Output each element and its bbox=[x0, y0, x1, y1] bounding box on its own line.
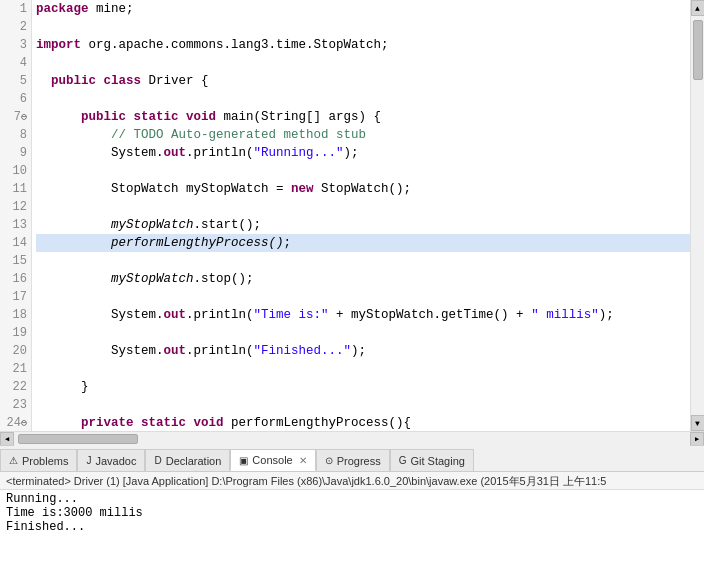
line-number: 15 bbox=[0, 252, 31, 270]
tab-javadoc[interactable]: JJavadoc bbox=[77, 449, 145, 471]
line-number: 7⊖ bbox=[0, 108, 31, 126]
method-call: myStopWatch bbox=[111, 272, 194, 286]
scroll-track[interactable] bbox=[691, 16, 705, 415]
tab-progress[interactable]: ⊙Progress bbox=[316, 449, 390, 471]
h-scroll-thumb[interactable] bbox=[18, 434, 138, 444]
code-line: public static void main(String[] args) { bbox=[36, 108, 690, 126]
comment: // TODO Auto-generated method stub bbox=[111, 128, 366, 142]
line-number: 3 bbox=[0, 36, 31, 54]
code-line bbox=[36, 198, 690, 216]
git-staging-tab-label: Git Staging bbox=[411, 455, 465, 467]
tab-console[interactable]: ▣Console✕ bbox=[230, 449, 315, 471]
scroll-thumb[interactable] bbox=[693, 20, 703, 80]
line-number: 9 bbox=[0, 144, 31, 162]
code-text: StopWatch myStopWatch = bbox=[36, 182, 291, 196]
code-text: .println( bbox=[186, 308, 254, 322]
string-literal: "Finished..." bbox=[254, 344, 352, 358]
code-text: StopWatch(); bbox=[314, 182, 412, 196]
code-line bbox=[36, 288, 690, 306]
code-text bbox=[126, 110, 134, 124]
line-number: 12 bbox=[0, 198, 31, 216]
code-text bbox=[36, 128, 111, 142]
code-text: ); bbox=[344, 146, 359, 160]
keyword: public bbox=[51, 74, 96, 88]
keyword: void bbox=[194, 416, 224, 430]
code-line: performLengthyProcess(); bbox=[36, 234, 690, 252]
line-number: 6 bbox=[0, 90, 31, 108]
code-text bbox=[36, 74, 51, 88]
string-literal: "Time is:" bbox=[254, 308, 329, 322]
code-text bbox=[186, 416, 194, 430]
console-tab-icon: ▣ bbox=[239, 455, 248, 466]
code-editor: 1234567⊖89101112131415161718192021222324… bbox=[0, 0, 704, 431]
bottom-tab-bar: ⚠ProblemsJJavadocDDeclaration▣Console✕⊙P… bbox=[0, 445, 704, 471]
horizontal-scrollbar[interactable]: ◀ ▶ bbox=[0, 431, 704, 445]
keyword: out bbox=[164, 344, 187, 358]
code-line bbox=[36, 324, 690, 342]
git-staging-tab-icon: G bbox=[399, 455, 407, 466]
tab-git-staging[interactable]: GGit Staging bbox=[390, 449, 474, 471]
console-output-line: Time is:3000 millis bbox=[6, 506, 698, 520]
line-number: 11 bbox=[0, 180, 31, 198]
line-numbers: 1234567⊖89101112131415161718192021222324… bbox=[0, 0, 32, 431]
tab-declaration[interactable]: DDeclaration bbox=[145, 449, 230, 471]
code-text: ); bbox=[351, 344, 366, 358]
code-line bbox=[36, 360, 690, 378]
code-text: + myStopWatch.getTime() + bbox=[329, 308, 532, 322]
code-text: System. bbox=[36, 146, 164, 160]
keyword: static bbox=[134, 110, 179, 124]
code-line: private static void performLengthyProces… bbox=[36, 414, 690, 431]
code-text: } bbox=[36, 380, 89, 394]
code-text: mine; bbox=[89, 2, 134, 16]
code-text: System. bbox=[36, 308, 164, 322]
code-line bbox=[36, 252, 690, 270]
code-line: public class Driver { bbox=[36, 72, 690, 90]
scroll-left-button[interactable]: ◀ bbox=[0, 432, 14, 446]
scroll-right-button[interactable]: ▶ bbox=[690, 432, 704, 446]
scroll-down-button[interactable]: ▼ bbox=[691, 415, 705, 431]
line-number: 8 bbox=[0, 126, 31, 144]
line-number: 14 bbox=[0, 234, 31, 252]
keyword: class bbox=[104, 74, 142, 88]
keyword: void bbox=[186, 110, 216, 124]
code-line: System.out.println("Running..."); bbox=[36, 144, 690, 162]
console-panel: <terminated> Driver (1) [Java Applicatio… bbox=[0, 471, 704, 571]
code-text bbox=[36, 416, 81, 430]
code-line: System.out.println("Finished..."); bbox=[36, 342, 690, 360]
console-output-line: Finished... bbox=[6, 520, 698, 534]
method-call: myStopWatch bbox=[111, 218, 194, 232]
code-text bbox=[36, 110, 81, 124]
declaration-tab-label: Declaration bbox=[166, 455, 222, 467]
vertical-scrollbar[interactable]: ▲ ▼ bbox=[690, 0, 704, 431]
keyword: import bbox=[36, 38, 81, 52]
code-text bbox=[96, 74, 104, 88]
console-terminated-line: <terminated> Driver (1) [Java Applicatio… bbox=[0, 472, 704, 490]
code-text bbox=[134, 416, 142, 430]
keyword: static bbox=[141, 416, 186, 430]
code-line bbox=[36, 396, 690, 414]
keyword: out bbox=[164, 146, 187, 160]
h-scroll-track[interactable] bbox=[14, 432, 690, 446]
line-number: 17 bbox=[0, 288, 31, 306]
code-line: myStopWatch.stop(); bbox=[36, 270, 690, 288]
code-text: performLengthyProcess(){ bbox=[224, 416, 412, 430]
code-text: .println( bbox=[186, 146, 254, 160]
line-number: 23 bbox=[0, 396, 31, 414]
line-number: 22 bbox=[0, 378, 31, 396]
code-text: .start(); bbox=[194, 218, 262, 232]
console-tab-close[interactable]: ✕ bbox=[299, 455, 307, 466]
code-content[interactable]: package mine; import org.apache.commons.… bbox=[32, 0, 690, 431]
line-number: 20 bbox=[0, 342, 31, 360]
tab-problems[interactable]: ⚠Problems bbox=[0, 449, 77, 471]
scroll-up-button[interactable]: ▲ bbox=[691, 0, 705, 16]
progress-tab-icon: ⊙ bbox=[325, 455, 333, 466]
code-line bbox=[36, 18, 690, 36]
line-number: 2 bbox=[0, 18, 31, 36]
line-number: 5 bbox=[0, 72, 31, 90]
line-number: 21 bbox=[0, 360, 31, 378]
code-text: main(String[] args) { bbox=[216, 110, 381, 124]
keyword: package bbox=[36, 2, 89, 16]
line-number: 18 bbox=[0, 306, 31, 324]
code-line: StopWatch myStopWatch = new StopWatch(); bbox=[36, 180, 690, 198]
javadoc-tab-label: Javadoc bbox=[95, 455, 136, 467]
